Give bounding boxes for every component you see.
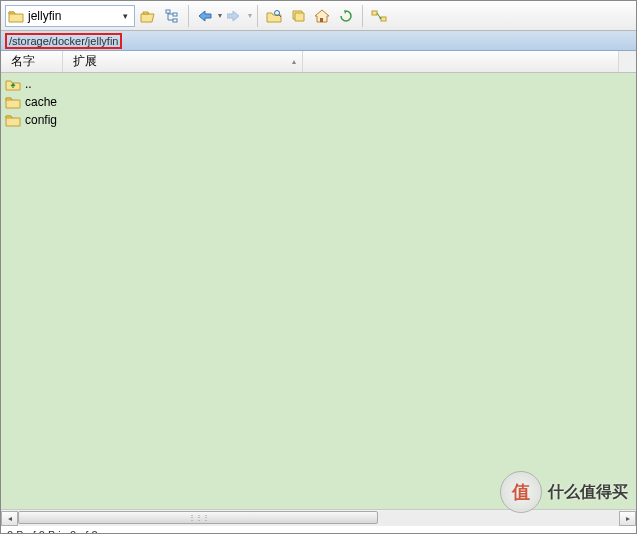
- svg-rect-6: [381, 17, 386, 21]
- up-folder-icon: [5, 77, 21, 91]
- scroll-thumb[interactable]: ⋮⋮⋮: [18, 511, 378, 524]
- file-name: config: [25, 113, 57, 127]
- tree-button[interactable]: [161, 5, 183, 27]
- dropdown-icon[interactable]: ▾: [118, 11, 132, 21]
- address-bar[interactable]: /storage/docker/jellyfin: [1, 31, 636, 51]
- forward-button[interactable]: [224, 5, 246, 27]
- column-header-ext[interactable]: 扩展▴: [63, 51, 303, 72]
- scroll-right-button[interactable]: ▸: [619, 511, 636, 526]
- separator: [257, 5, 258, 27]
- scroll-track[interactable]: ⋮⋮⋮: [18, 511, 619, 526]
- sync-button[interactable]: [368, 5, 390, 27]
- column-header-name[interactable]: 名字: [1, 51, 63, 72]
- folder-icon: [5, 113, 21, 127]
- find-folder-button[interactable]: [263, 5, 285, 27]
- back-button[interactable]: [194, 5, 216, 27]
- home-button[interactable]: [311, 5, 333, 27]
- separator: [362, 5, 363, 27]
- refresh-button[interactable]: [335, 5, 357, 27]
- svg-rect-4: [320, 18, 323, 22]
- column-header-end: [618, 51, 636, 72]
- svg-rect-5: [372, 11, 377, 15]
- sort-indicator-icon: ▴: [292, 57, 296, 66]
- svg-rect-0: [166, 10, 170, 13]
- toolbar: jellyfin ▾ ▾ ▾: [1, 1, 636, 31]
- file-name: ..: [25, 77, 32, 91]
- column-headers: 名字 扩展▴: [1, 51, 636, 73]
- file-name: cache: [25, 95, 57, 109]
- parent-dir-row[interactable]: ..: [5, 75, 632, 93]
- status-bar: 0 B of 0 B in 0 of 2: [1, 526, 636, 534]
- file-list-area[interactable]: ..cacheconfig: [1, 73, 636, 509]
- scroll-grip-icon: ⋮⋮⋮: [188, 513, 209, 522]
- address-path: /storage/docker/jellyfin: [5, 33, 122, 49]
- current-folder-combo[interactable]: jellyfin ▾: [5, 5, 135, 27]
- folder-icon: [8, 9, 24, 23]
- folder-row[interactable]: config: [5, 111, 632, 129]
- forward-dropdown-icon[interactable]: ▾: [248, 11, 252, 20]
- scroll-left-button[interactable]: ◂: [1, 511, 18, 526]
- copy-folder-button[interactable]: [287, 5, 309, 27]
- status-text: 0 B of 0 B in 0 of 2: [7, 529, 98, 534]
- folder-icon: [5, 95, 21, 109]
- separator: [188, 5, 189, 27]
- open-folder-button[interactable]: [137, 5, 159, 27]
- svg-rect-1: [173, 13, 177, 16]
- folder-row[interactable]: cache: [5, 93, 632, 111]
- horizontal-scrollbar[interactable]: ◂ ⋮⋮⋮ ▸: [1, 509, 636, 526]
- current-folder-name: jellyfin: [24, 9, 118, 23]
- back-dropdown-icon[interactable]: ▾: [218, 11, 222, 20]
- svg-rect-2: [173, 19, 177, 22]
